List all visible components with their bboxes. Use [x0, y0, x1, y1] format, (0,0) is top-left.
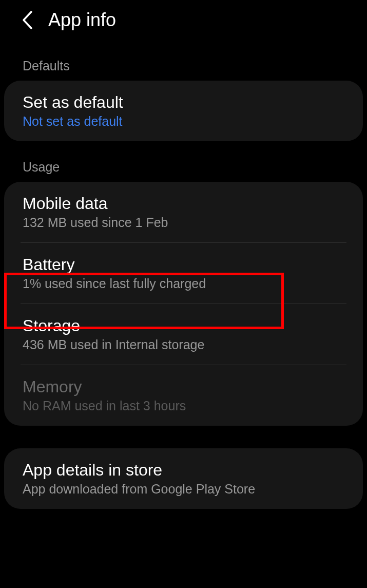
app-details-store-item[interactable]: App details in store App downloaded from…: [4, 448, 363, 509]
memory-title: Memory: [23, 377, 344, 396]
mobile-data-title: Mobile data: [23, 194, 344, 213]
section-label-defaults: Defaults: [0, 40, 367, 81]
battery-item[interactable]: Battery 1% used since last fully charged: [4, 243, 363, 304]
set-as-default-title: Set as default: [23, 93, 344, 112]
defaults-card: Set as default Not set as default: [4, 81, 363, 141]
memory-item[interactable]: Memory No RAM used in last 3 hours: [4, 365, 363, 426]
store-card: App details in store App downloaded from…: [4, 448, 363, 509]
usage-card: Mobile data 132 MB used since 1 Feb Batt…: [4, 182, 363, 426]
memory-subtitle: No RAM used in last 3 hours: [23, 399, 344, 413]
set-as-default-subtitle: Not set as default: [23, 114, 344, 129]
storage-subtitle: 436 MB used in Internal storage: [23, 337, 344, 352]
set-as-default-item[interactable]: Set as default Not set as default: [4, 81, 363, 141]
mobile-data-item[interactable]: Mobile data 132 MB used since 1 Feb: [4, 182, 363, 242]
header: App info: [0, 0, 367, 40]
battery-title: Battery: [23, 255, 344, 274]
page-title: App info: [48, 9, 116, 31]
mobile-data-subtitle: 132 MB used since 1 Feb: [23, 215, 344, 230]
app-details-store-title: App details in store: [23, 461, 344, 480]
storage-item[interactable]: Storage 436 MB used in Internal storage: [4, 304, 363, 365]
storage-title: Storage: [23, 316, 344, 335]
chevron-left-icon: [21, 10, 34, 30]
back-button[interactable]: [21, 10, 34, 30]
section-label-usage: Usage: [0, 141, 367, 182]
app-details-store-subtitle: App downloaded from Google Play Store: [23, 482, 344, 497]
battery-subtitle: 1% used since last fully charged: [23, 276, 344, 291]
